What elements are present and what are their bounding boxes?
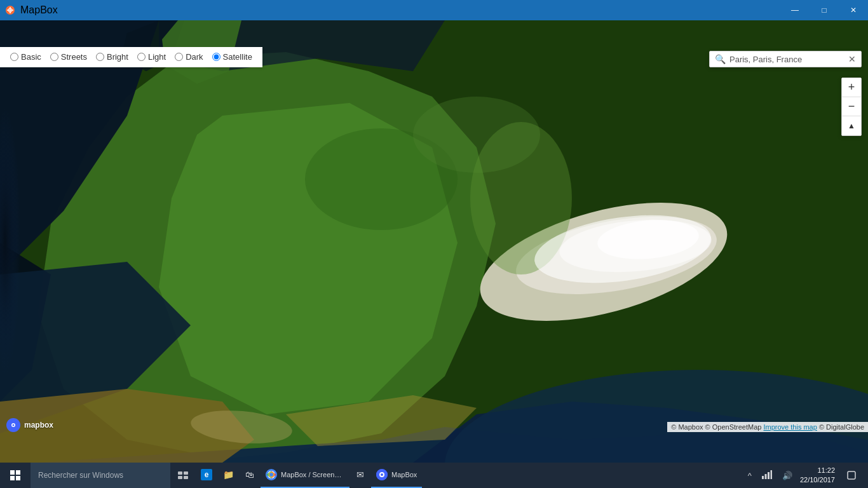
svg-rect-42 <box>768 472 770 479</box>
taskbar: e 📁 🛍 MapBox / Screensh... ✉ <box>0 463 868 488</box>
maximize-button[interactable]: □ <box>810 0 839 20</box>
radio-light-label[interactable]: Light <box>148 52 166 62</box>
explorer-icon: 📁 <box>222 469 234 480</box>
store-icon: 🛍 <box>244 469 255 480</box>
svg-point-39 <box>381 473 383 476</box>
chrome-icon <box>266 469 277 480</box>
notification-button[interactable] <box>840 463 863 488</box>
taskbar-app-chrome[interactable]: MapBox / Screensh... <box>261 463 349 488</box>
titlebar-controls: — □ ✕ <box>780 0 868 20</box>
mapbox-app-label: MapBox <box>391 471 417 478</box>
mail-icon: ✉ <box>355 469 366 480</box>
mapbox-logo-icon <box>6 418 20 432</box>
zoom-in-button[interactable]: + <box>842 78 861 97</box>
svg-rect-43 <box>770 470 772 479</box>
svg-rect-41 <box>764 474 766 479</box>
zoom-out-button[interactable]: − <box>842 97 861 116</box>
windows-icon <box>10 470 20 480</box>
radio-satellite-label[interactable]: Satellite <box>223 52 252 62</box>
svg-rect-21 <box>0 20 51 463</box>
mapbox-app-icon <box>376 469 388 480</box>
svg-rect-44 <box>848 471 855 479</box>
map-container[interactable]: Basic Streets Bright Light Dark Satellit… <box>0 20 868 463</box>
radio-dark[interactable]: Dark <box>175 52 203 62</box>
titlebar-title: MapBox <box>20 4 58 16</box>
taskbar-app-mapbox[interactable]: MapBox <box>371 463 422 488</box>
radio-basic-label[interactable]: Basic <box>21 52 41 62</box>
zoom-reset-button[interactable]: ▲ <box>842 116 861 135</box>
minimize-button[interactable]: — <box>780 0 810 20</box>
mapbox-logo: mapbox <box>6 418 53 432</box>
date-display: 22/10/2017 <box>800 475 835 485</box>
attribution: © Mapbox © OpenStreetMap Improve this ma… <box>667 422 868 432</box>
radio-basic[interactable]: Basic <box>10 52 41 62</box>
zoom-controls: + − ▲ <box>841 78 862 136</box>
attribution-text: © Mapbox © OpenStreetMap Improve this ma… <box>671 423 864 431</box>
radio-streets-label[interactable]: Streets <box>61 52 87 62</box>
taskbar-search-input[interactable] <box>31 463 170 488</box>
time-display: 11:22 <box>800 466 835 475</box>
edge-icon: e <box>201 469 212 480</box>
volume-icon[interactable]: 🔊 <box>780 470 795 482</box>
svg-rect-30 <box>184 471 188 475</box>
network-icon[interactable] <box>759 469 775 482</box>
svg-rect-40 <box>762 476 764 479</box>
radio-streets[interactable]: Streets <box>50 52 87 62</box>
taskbar-app-mail[interactable]: ✉ <box>349 463 371 488</box>
radio-bright[interactable]: Bright <box>96 52 128 62</box>
svg-rect-29 <box>178 471 182 475</box>
task-view-button[interactable] <box>170 463 196 488</box>
svg-rect-31 <box>178 476 182 479</box>
start-button[interactable] <box>0 463 31 488</box>
search-clear-button[interactable]: ✕ <box>848 54 856 64</box>
taskbar-app-explorer[interactable]: 📁 <box>217 463 239 488</box>
search-input[interactable] <box>729 55 848 64</box>
svg-point-28 <box>13 424 15 426</box>
svg-point-36 <box>269 473 273 477</box>
radio-bright-label[interactable]: Bright <box>107 52 128 62</box>
mapbox-logo-text: mapbox <box>24 421 53 430</box>
close-button[interactable]: ✕ <box>839 0 868 20</box>
expand-icon[interactable]: ^ <box>745 470 754 482</box>
titlebar: MapBox — □ ✕ <box>0 0 868 20</box>
taskbar-app-edge[interactable]: e <box>196 463 217 488</box>
radio-satellite[interactable]: Satellite <box>212 52 252 62</box>
search-box: 🔍 ✕ <box>709 51 862 67</box>
svg-rect-32 <box>184 476 188 479</box>
search-icon: 🔍 <box>715 54 726 64</box>
titlebar-icon <box>0 0 20 20</box>
radio-light[interactable]: Light <box>137 52 166 62</box>
radio-dark-label[interactable]: Dark <box>186 52 203 62</box>
taskbar-right: ^ 🔊 11:22 22/10/2017 <box>745 463 868 488</box>
chrome-app-label: MapBox / Screensh... <box>281 471 344 478</box>
map-toolbar: Basic Streets Bright Light Dark Satellit… <box>0 47 262 67</box>
taskbar-app-store[interactable]: 🛍 <box>239 463 261 488</box>
clock[interactable]: 11:22 22/10/2017 <box>800 466 835 485</box>
map-overlay <box>0 20 868 463</box>
